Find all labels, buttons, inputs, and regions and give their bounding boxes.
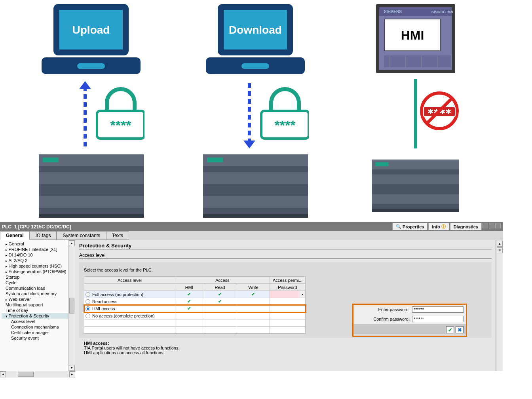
scroll-marker-icon[interactable]: ≡ [497, 247, 503, 253]
nav-item[interactable]: General [2, 241, 68, 247]
enter-password-field[interactable] [412, 306, 464, 313]
diagnostics-tab-button[interactable]: Diagnostics [450, 223, 482, 230]
radio-read-access[interactable] [86, 299, 90, 304]
table-row [84, 327, 306, 334]
nav-item[interactable]: DI 14/DQ 10 [2, 252, 68, 258]
nav-item[interactable]: Certificate manager [2, 330, 68, 335]
svg-text:****: **** [275, 118, 296, 133]
diagram-col-download: Download **** [202, 0, 309, 220]
svg-text:SIMATIC HMI: SIMATIC HMI [431, 10, 453, 14]
check-icon: ✔ [175, 298, 203, 305]
radio-no-access[interactable] [86, 314, 90, 318]
nav-item[interactable]: Time of day [2, 308, 68, 313]
nav-item[interactable]: PROFINET interface [X1] [2, 247, 68, 252]
svg-rect-10 [39, 172, 144, 184]
svg-rect-24 [203, 196, 308, 208]
window-control-icon[interactable] [483, 223, 488, 228]
properties-tab-button[interactable]: 🔍Properties [392, 223, 428, 230]
dropdown-icon[interactable]: ▾ [299, 291, 305, 298]
nav-item[interactable]: AI 2/AQ 2 [2, 258, 68, 263]
desc-line: TIA Portal users will not have access to… [84, 346, 180, 350]
tab-system-constants[interactable]: System constants [57, 231, 106, 240]
access-description: HMI access: TIA Portal users will not ha… [84, 341, 492, 355]
confirm-password-field[interactable] [412, 316, 464, 322]
confirm-button[interactable]: ✔ [446, 326, 454, 333]
nav-item[interactable]: Security event [2, 335, 68, 341]
laptop-upload-label: Upload [72, 24, 110, 36]
hmi-label: HMI [401, 28, 424, 42]
scroll-up-icon[interactable]: ▴ [497, 241, 503, 247]
upload-arrow-lock-icon: **** [38, 79, 144, 150]
diagram-col-hmi: SIEMENS SIMATIC HMI HMI ✱✱✱✱ [372, 0, 459, 220]
scroll-up-icon[interactable]: ▴ [69, 240, 75, 246]
access-level-table: Access level Access Access permi... HMI … [84, 276, 306, 334]
diagram-col-upload: Upload **** [38, 0, 144, 220]
col-header: Access level [84, 277, 175, 284]
laptop-download-icon: Download [202, 0, 309, 79]
nav-item[interactable]: Connection mechanisms [2, 324, 68, 330]
nav-item[interactable]: Startup [2, 274, 68, 280]
nav-item[interactable]: Cycle [2, 280, 68, 285]
info-icon: ⓘ [441, 224, 446, 230]
nav-hscrollbar[interactable]: ◂ ▸ [0, 371, 75, 378]
svg-rect-9 [43, 158, 59, 162]
svg-rect-22 [207, 158, 223, 162]
desc-line: HMI applications can access all function… [84, 350, 165, 355]
main-vscrollbar[interactable]: ▴ ≡ [496, 240, 503, 371]
enter-password-label: Enter password: [378, 307, 410, 312]
svg-rect-12 [39, 214, 144, 218]
scroll-left-icon[interactable]: ◂ [0, 371, 6, 377]
tab-texts[interactable]: Texts [106, 231, 129, 240]
nav-tree[interactable]: General PROFINET interface [X1] DI 14/DQ… [0, 240, 68, 371]
tab-general[interactable]: General [0, 231, 30, 240]
window-control-icon[interactable] [489, 223, 494, 228]
laptop-download-label: Download [229, 24, 282, 36]
svg-rect-32 [384, 55, 451, 67]
col-header: Access permi... [270, 277, 306, 284]
check-icon: ✔ [175, 291, 203, 298]
tab-io-tags[interactable]: IO tags [30, 231, 57, 240]
plc-device-icon [39, 150, 144, 220]
svg-rect-25 [203, 214, 308, 218]
table-row[interactable]: Read access ✔ ✔ [84, 298, 306, 305]
check-icon: ✔ [203, 291, 237, 298]
table-row[interactable]: Full access (no protection) ✔ ✔ ✔ ▾ [84, 291, 306, 298]
scroll-right-icon[interactable]: ▸ [69, 371, 75, 377]
col-subheader: Password [270, 284, 306, 291]
password-cell[interactable]: ▾ [270, 291, 306, 298]
col-subheader: Read [203, 284, 237, 291]
scroll-thumb[interactable] [18, 372, 34, 377]
hmi-no-password-icon: ✱✱✱✱ [372, 79, 459, 150]
nav-item-protection-security[interactable]: Protection & Security [2, 313, 68, 319]
nav-vscrollbar[interactable]: ▴ ▾ [68, 240, 75, 371]
scroll-thumb[interactable] [69, 298, 74, 314]
nav-item[interactable]: Communication load [2, 285, 68, 291]
nav-item[interactable]: Pulse generators (PTO/PWM) [2, 269, 68, 274]
window-control-icon[interactable] [495, 223, 501, 228]
nav-item[interactable]: System and clock memory [2, 291, 68, 296]
nav-item[interactable]: Web server [2, 296, 68, 302]
radio-hmi-access[interactable] [86, 306, 90, 311]
nav-item[interactable]: Multilingual support [2, 302, 68, 308]
scroll-down-icon[interactable]: ▾ [69, 365, 75, 371]
table-row[interactable]: No access (complete protection) [84, 312, 306, 319]
section-subheader: Access level [79, 253, 492, 259]
check-icon: ✔ [203, 298, 237, 305]
info-tab-button[interactable]: Info ⓘ [428, 223, 449, 230]
laptop-upload-icon: Upload [38, 0, 144, 79]
table-row-hmi-selected[interactable]: HMI access ✔ [84, 305, 306, 312]
hmi-panel-icon: SIEMENS SIMATIC HMI HMI [372, 0, 459, 79]
svg-rect-16 [241, 63, 269, 69]
cancel-button[interactable]: ✖ [456, 326, 464, 333]
plc-device-icon [372, 150, 459, 220]
nav-item[interactable]: Access level [2, 319, 68, 324]
radio-full-access[interactable] [86, 292, 90, 297]
svg-text:SIEMENS: SIEMENS [384, 10, 402, 14]
download-arrow-lock-icon: **** [202, 79, 309, 150]
svg-rect-46 [372, 194, 459, 204]
svg-text:****: **** [110, 118, 132, 133]
svg-rect-45 [372, 175, 459, 184]
nav-item[interactable]: High speed counters (HSC) [2, 263, 68, 269]
tia-properties-panel: PLC_1 [CPU 1215C DC/DC/DC] 🔍Properties I… [0, 222, 503, 378]
desc-title: HMI access: [84, 341, 109, 346]
